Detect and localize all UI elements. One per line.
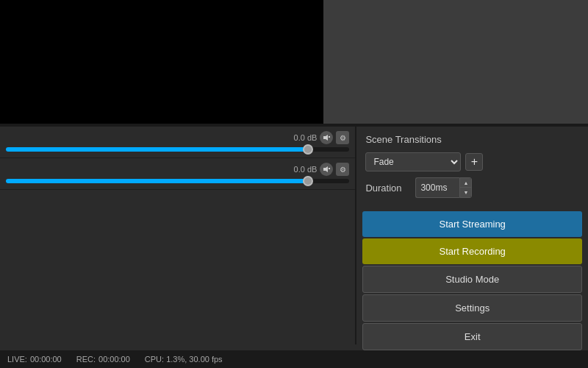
transition-select[interactable]: Fade Cut (365, 152, 461, 171)
spinner-group: ▲ ▼ (459, 177, 472, 198)
channel-2-db-label: 0.0 dB (289, 165, 317, 174)
settings-button[interactable]: Settings (362, 294, 582, 322)
rec-time: 00:00:00 (98, 355, 130, 364)
status-bar: LIVE: 00:00:00 REC: 00:00:00 CPU: 1.3%, … (0, 350, 588, 368)
duration-row: Duration ▲ ▼ (365, 177, 579, 198)
rec-status: REC: 00:00:00 (76, 355, 130, 364)
studio-mode-button[interactable]: Studio Mode (362, 266, 582, 293)
duration-down-button[interactable]: ▼ (460, 188, 471, 197)
channel-2-settings-button[interactable]: ⚙ (336, 163, 349, 176)
audio-channel-2: 0.0 dB ⚙ (0, 158, 355, 190)
channel-1-db-label: 0.0 dB (289, 133, 317, 142)
scene-transitions-area: Scene Transitions Fade Cut + Duration ▲ … (356, 127, 588, 205)
duration-spinbox: ▲ ▼ (415, 177, 472, 198)
svg-marker-0 (323, 135, 328, 141)
channel-1-settings-button[interactable]: ⚙ (336, 131, 349, 144)
channel-1-mute-button[interactable] (320, 131, 333, 144)
live-status: LIVE: 00:00:00 (7, 355, 62, 364)
live-time: 00:00:00 (30, 355, 62, 364)
cpu-label: CPU: 1.3%, 30.00 fps (145, 355, 223, 364)
channel-2-mute-button[interactable] (320, 163, 333, 176)
duration-label: Duration (365, 183, 409, 194)
channel-2-fader[interactable] (6, 179, 349, 183)
control-buttons: Start Streaming Start Recording Studio M… (356, 205, 588, 356)
add-transition-button[interactable]: + (465, 153, 483, 171)
audio-mixer-panel: 0.0 dB ⚙ 0.0 dB (0, 127, 356, 344)
preview-panel (0, 0, 323, 124)
right-top-panel (323, 0, 588, 124)
rec-label: REC: (76, 355, 96, 364)
start-recording-button[interactable]: Start Recording (362, 238, 582, 264)
start-streaming-button[interactable]: Start Streaming (362, 211, 582, 237)
live-label: LIVE: (7, 355, 27, 364)
svg-marker-3 (323, 166, 328, 172)
cpu-status: CPU: 1.3%, 30.00 fps (145, 355, 223, 364)
duration-input[interactable] (415, 177, 459, 198)
exit-button[interactable]: Exit (362, 323, 582, 350)
audio-channel-1: 0.0 dB ⚙ (0, 127, 355, 158)
transition-row: Fade Cut + (365, 152, 579, 171)
right-panel: Scene Transitions Fade Cut + Duration ▲ … (356, 127, 588, 344)
scene-transitions-title: Scene Transitions (365, 134, 579, 145)
duration-up-button[interactable]: ▲ (460, 178, 471, 188)
channel-1-fader[interactable] (6, 147, 349, 152)
